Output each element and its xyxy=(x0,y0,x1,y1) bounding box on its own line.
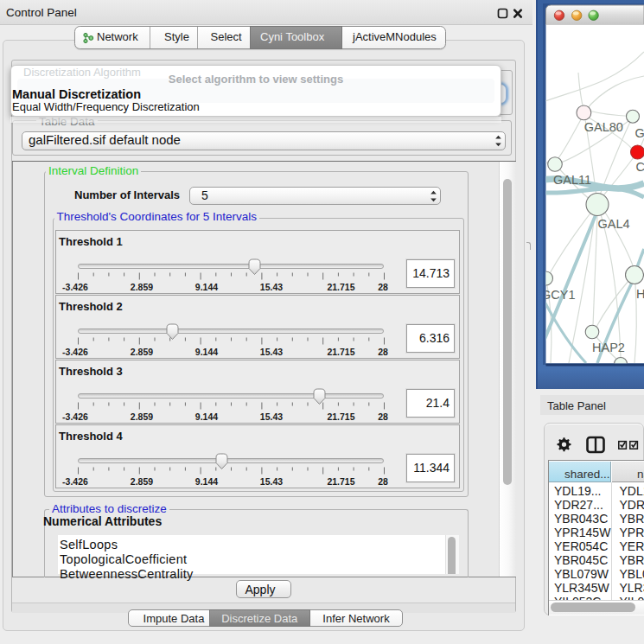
svg-text:GAL11: GAL11 xyxy=(553,173,591,187)
svg-text:C: C xyxy=(636,160,644,174)
svg-text:GCY1: GCY1 xyxy=(541,288,576,302)
svg-text:H: H xyxy=(636,287,644,301)
svg-text:GAL80: GAL80 xyxy=(584,120,623,134)
svg-text:GAL4: GAL4 xyxy=(598,217,630,231)
svg-text:GA: GA xyxy=(635,126,644,140)
svg-text:HAP2: HAP2 xyxy=(592,341,625,354)
